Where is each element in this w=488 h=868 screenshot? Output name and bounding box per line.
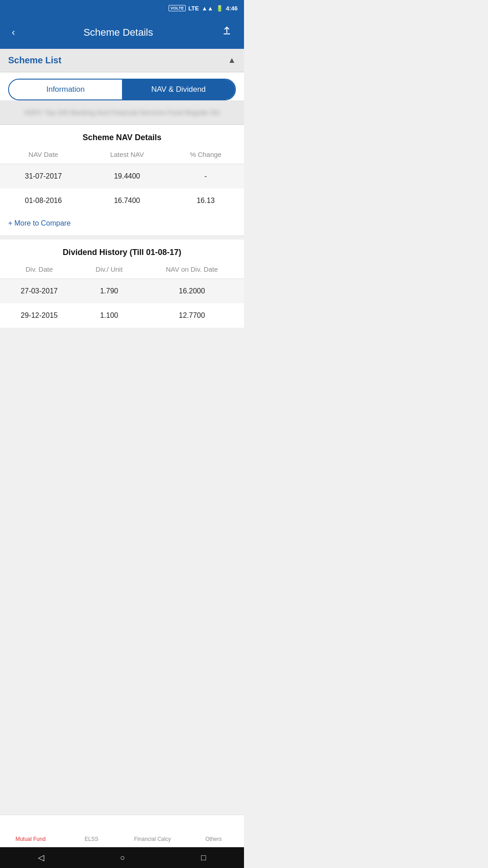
nav-table-row: 01-08-2016 16.7400 16.13 (0, 189, 244, 213)
nav-col-nav: Latest NAV (87, 147, 168, 164)
div-col-nav: NAV on Div. Date (140, 262, 244, 279)
signal-icon: ▲▲ (202, 5, 213, 12)
collapse-button[interactable]: ▲ (228, 56, 236, 65)
nav-row-change: 16.13 (167, 189, 244, 213)
div-row-date: 29-12-2015 (0, 303, 79, 328)
page-title: Scheme Details (19, 27, 218, 38)
dividend-section-title: Dividend History (Till 01-08-17) (0, 240, 244, 262)
nav-row-nav: 16.7400 (87, 189, 168, 213)
nav-section-title: Scheme NAV Details (0, 125, 244, 147)
scheme-name-blurred-text: HDFC Top 200 Banking And Financial Servi… (8, 108, 236, 116)
tab-toggle-container: Information NAV & Dividend (0, 72, 244, 100)
nav-row-date: 01-08-2016 (0, 189, 87, 213)
tab-information[interactable]: Information (9, 80, 122, 99)
div-row-date: 27-03-2017 (0, 279, 79, 304)
nav-section: Scheme NAV Details NAV Date Latest NAV %… (0, 125, 244, 236)
status-bar: VOLTE LTE ▲▲ 🔋 4:46 (0, 0, 244, 16)
div-col-unit: Div./ Unit (79, 262, 140, 279)
dividend-table-row: 27-03-2017 1.790 16.2000 (0, 279, 244, 304)
tab-nav-dividend[interactable]: NAV & Dividend (122, 80, 235, 99)
scheme-name-section: HDFC Top 200 Banking And Financial Servi… (0, 100, 244, 125)
div-row-nav: 16.2000 (140, 279, 244, 304)
time-label: 4:46 (226, 5, 238, 12)
nav-col-date: NAV Date (0, 147, 87, 164)
battery-icon: 🔋 (216, 5, 223, 12)
header: ‹ Scheme Details (0, 16, 244, 49)
nav-row-nav: 19.4400 (87, 164, 168, 189)
div-row-nav: 12.7700 (140, 303, 244, 328)
nav-col-change: % Change (167, 147, 244, 164)
dividend-section: Dividend History (Till 01-08-17) Div. Da… (0, 240, 244, 328)
nav-row-change: - (167, 164, 244, 189)
div-row-unit: 1.790 (79, 279, 140, 304)
nav-row-date: 31-07-2017 (0, 164, 87, 189)
network-label: LTE (188, 5, 199, 12)
scheme-list-title: Scheme List (8, 55, 61, 66)
nav-table: NAV Date Latest NAV % Change 31-07-2017 … (0, 147, 244, 213)
div-row-unit: 1.100 (79, 303, 140, 328)
share-button[interactable] (218, 24, 236, 41)
dividend-table: Div. Date Div./ Unit NAV on Div. Date 27… (0, 262, 244, 328)
back-button[interactable]: ‹ (8, 25, 19, 40)
nav-table-row: 31-07-2017 19.4400 - (0, 164, 244, 189)
div-col-date: Div. Date (0, 262, 79, 279)
dividend-table-row: 29-12-2015 1.100 12.7700 (0, 303, 244, 328)
scheme-list-bar: Scheme List ▲ (0, 49, 244, 72)
volte-badge: VOLTE (169, 5, 185, 11)
more-compare-link[interactable]: + More to Compare (0, 213, 244, 236)
